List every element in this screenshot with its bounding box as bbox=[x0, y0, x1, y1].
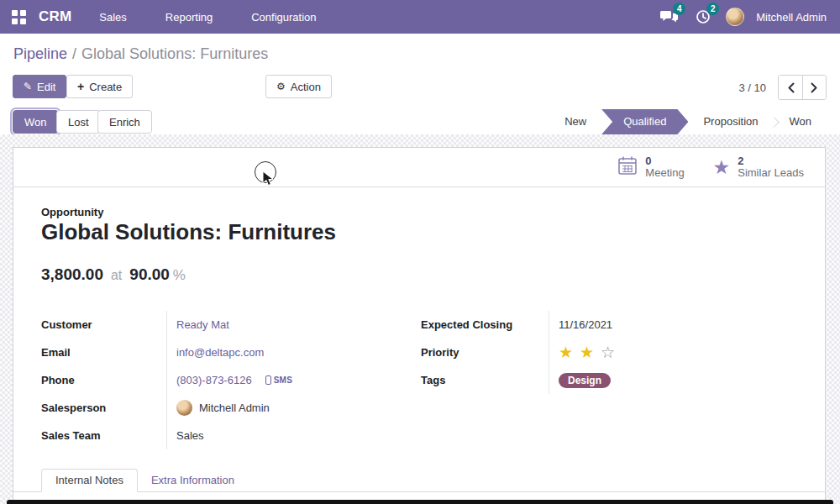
gear-icon: ⚙ bbox=[276, 81, 286, 92]
top-nav-bar: CRM Sales Reporting Configuration 4 2 Mi… bbox=[0, 0, 840, 34]
notebook-tabs: Internal Notes Extra Information bbox=[13, 469, 825, 492]
sms-button[interactable]: SMS bbox=[265, 375, 293, 385]
priority-label: Priority bbox=[421, 346, 549, 359]
tags-label: Tags bbox=[421, 374, 549, 386]
email-label: Email bbox=[41, 346, 166, 359]
opportunity-title: Global Solutions: Furnitures bbox=[41, 219, 336, 245]
user-name[interactable]: Mitchell Admin bbox=[756, 11, 827, 24]
breadcrumb: Pipeline/Global Solutions: Furnitures bbox=[13, 45, 268, 63]
field-customer: Customer Ready Mat bbox=[41, 311, 402, 339]
phone-label: Phone bbox=[41, 374, 166, 386]
enrich-button[interactable]: Enrich bbox=[97, 110, 152, 134]
priority-star-3-icon[interactable]: ☆ bbox=[601, 343, 615, 362]
pager-next-button[interactable] bbox=[802, 76, 826, 99]
topbar-right: 4 2 Mitchell Admin bbox=[659, 6, 840, 28]
salesperson-label: Salesperson bbox=[41, 402, 166, 414]
breadcrumb-current: Global Solutions: Furnitures bbox=[81, 45, 268, 62]
mobile-phone-icon bbox=[265, 375, 271, 385]
field-tags: Tags Design bbox=[421, 366, 811, 394]
stage-won[interactable]: Won bbox=[774, 109, 827, 134]
user-avatar[interactable] bbox=[726, 8, 744, 26]
fields-right-column: Expected Closing 11/16/2021 Priority ★ ★… bbox=[421, 311, 811, 394]
priority-star-2-icon[interactable]: ★ bbox=[580, 343, 594, 362]
priority-star-1-icon[interactable]: ★ bbox=[559, 343, 573, 362]
sms-label: SMS bbox=[274, 375, 293, 385]
opportunity-form-card: 0 Meeting ★ 2 Similar Leads Opportunity … bbox=[13, 147, 826, 504]
field-phone: Phone (803)-873-6126 SMS bbox=[41, 366, 402, 394]
edit-button[interactable]: ✎ Edit bbox=[13, 75, 66, 98]
expected-revenue: 3,800.00 at 90.00 % bbox=[41, 265, 186, 284]
sales-team-label: Sales Team bbox=[41, 429, 166, 442]
customer-label: Customer bbox=[41, 318, 166, 331]
activities-badge: 2 bbox=[706, 3, 719, 15]
customer-link[interactable]: Ready Mat bbox=[176, 318, 229, 331]
menu-reporting[interactable]: Reporting bbox=[165, 11, 213, 24]
menu-configuration[interactable]: Configuration bbox=[251, 11, 316, 24]
similar-leads-count: 2 bbox=[738, 155, 804, 167]
action-button[interactable]: ⚙ Action bbox=[265, 75, 332, 98]
messages-badge: 4 bbox=[673, 3, 685, 15]
field-salesperson: Salesperson Mitchell Admin bbox=[41, 394, 402, 422]
field-priority: Priority ★ ★ ☆ bbox=[421, 339, 811, 366]
at-label: at bbox=[111, 268, 122, 283]
crm-app-window: CRM Sales Reporting Configuration 4 2 Mi… bbox=[0, 0, 840, 504]
sales-team-value[interactable]: Sales bbox=[176, 429, 204, 442]
menu-sales[interactable]: Sales bbox=[99, 11, 127, 24]
calendar-icon bbox=[617, 155, 638, 179]
email-link[interactable]: info@deltapc.com bbox=[176, 346, 264, 359]
field-expected-closing: Expected Closing 11/16/2021 bbox=[421, 311, 811, 339]
stage-new[interactable]: New bbox=[549, 109, 601, 134]
window-bottom-edge bbox=[7, 500, 833, 504]
activities-icon[interactable]: 2 bbox=[692, 6, 714, 28]
tag-design[interactable]: Design bbox=[559, 373, 611, 388]
edit-button-label: Edit bbox=[37, 81, 55, 93]
app-title[interactable]: CRM bbox=[39, 8, 71, 25]
breadcrumb-pipeline[interactable]: Pipeline bbox=[13, 45, 67, 62]
expected-closing-label: Expected Closing bbox=[421, 318, 549, 331]
record-type-label: Opportunity bbox=[41, 206, 103, 218]
pencil-icon: ✎ bbox=[24, 81, 32, 92]
similar-leads-label: Similar Leads bbox=[738, 167, 804, 179]
percent-sign: % bbox=[173, 267, 186, 284]
pager-previous-button[interactable] bbox=[779, 76, 802, 99]
pager: 3 / 10 bbox=[738, 75, 827, 100]
stage-qualified-active[interactable]: Qualified bbox=[601, 109, 688, 134]
plus-icon: + bbox=[77, 81, 84, 92]
create-button-label: Create bbox=[89, 81, 122, 93]
salesperson-name[interactable]: Mitchell Admin bbox=[199, 402, 270, 414]
field-email: Email info@deltapc.com bbox=[41, 339, 402, 366]
button-box: 0 Meeting ★ 2 Similar Leads bbox=[13, 148, 825, 187]
create-button[interactable]: + Create bbox=[66, 75, 133, 98]
field-sales-team: Sales Team Sales bbox=[41, 422, 402, 449]
apps-grid-icon[interactable] bbox=[12, 10, 26, 24]
meeting-count: 0 bbox=[645, 155, 684, 167]
similar-leads-stat-button[interactable]: ★ 2 Similar Leads bbox=[699, 148, 818, 186]
mark-won-button[interactable]: Won bbox=[13, 110, 59, 134]
tab-extra-information[interactable]: Extra Information bbox=[138, 469, 248, 491]
pager-counter: 3 / 10 bbox=[738, 81, 766, 94]
mark-lost-button[interactable]: Lost bbox=[56, 110, 101, 134]
stage-bar: New Qualified Proposition Won bbox=[549, 109, 827, 134]
probability-value: 90.00 bbox=[129, 265, 170, 284]
meeting-stat-button[interactable]: 0 Meeting bbox=[603, 148, 698, 186]
star-icon: ★ bbox=[713, 158, 731, 177]
salesperson-avatar bbox=[176, 400, 192, 416]
fields-left-column: Customer Ready Mat Email info@deltapc.co… bbox=[41, 311, 402, 449]
tab-internal-notes[interactable]: Internal Notes bbox=[41, 469, 138, 492]
expected-closing-value[interactable]: 11/16/2021 bbox=[559, 318, 612, 331]
stage-proposition[interactable]: Proposition bbox=[688, 109, 773, 134]
mouse-cursor-icon bbox=[262, 171, 274, 186]
revenue-amount: 3,800.00 bbox=[41, 265, 103, 284]
phone-link[interactable]: (803)-873-6126 bbox=[176, 374, 252, 386]
messages-icon[interactable]: 4 bbox=[659, 6, 680, 28]
action-button-label: Action bbox=[291, 81, 321, 93]
meeting-label: Meeting bbox=[645, 167, 684, 179]
breadcrumb-separator: / bbox=[72, 45, 76, 62]
top-menu: Sales Reporting Configuration bbox=[99, 11, 316, 24]
